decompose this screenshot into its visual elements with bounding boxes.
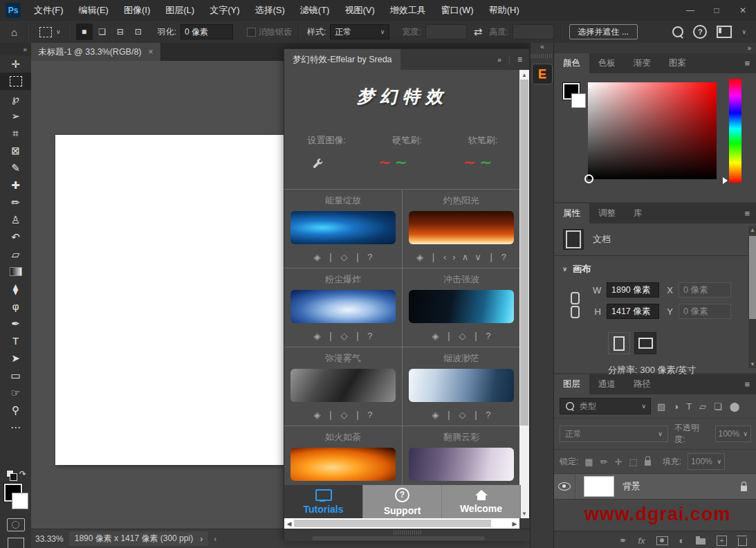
- help-icon[interactable]: ?: [367, 331, 372, 341]
- layer-thumbnail[interactable]: [584, 476, 614, 497]
- new-selection-button[interactable]: ■: [76, 24, 93, 40]
- landscape-orientation-button[interactable]: [634, 332, 656, 354]
- object-selection-tool[interactable]: ➢: [0, 107, 31, 125]
- hand-tool[interactable]: ☞: [0, 384, 31, 401]
- menu-item-选择[interactable]: 选择(S): [247, 0, 292, 21]
- status-back-icon[interactable]: ‹: [214, 534, 216, 544]
- quick-mask-button[interactable]: [7, 518, 25, 531]
- footer-tab-welcome[interactable]: Welcome: [442, 485, 521, 518]
- menu-item-滤镜[interactable]: 滤镜(T): [293, 0, 338, 21]
- scroll-up-icon[interactable]: ▲: [748, 227, 756, 233]
- panel-collapse-icon[interactable]: »: [497, 56, 501, 64]
- scroll-left-icon[interactable]: ◀: [284, 520, 294, 527]
- menu-item-文件[interactable]: 文件(F): [26, 0, 71, 21]
- brush-tool[interactable]: ✏: [0, 194, 31, 211]
- hard-brush-green-icon[interactable]: ∼: [395, 154, 409, 171]
- minimize-button[interactable]: —: [677, 0, 703, 21]
- fill-input[interactable]: 100% ∨: [688, 453, 725, 470]
- down-icon[interactable]: ∨: [474, 252, 481, 262]
- hue-slider-marker[interactable]: [723, 177, 728, 184]
- path-selection-tool[interactable]: ➤: [0, 349, 31, 367]
- filter-smart-object-icon[interactable]: ❏: [714, 401, 722, 412]
- properties-tab-库[interactable]: 库: [625, 203, 652, 223]
- new-layer-icon[interactable]: +: [717, 536, 727, 546]
- diamond-icon[interactable]: ◇: [459, 410, 465, 420]
- saturation-brightness-field[interactable]: [588, 82, 717, 179]
- dodge-tool[interactable]: φ: [0, 298, 31, 315]
- panel-menu-icon[interactable]: ≡: [744, 374, 756, 394]
- filter-shape-icon[interactable]: ▱: [699, 401, 706, 412]
- menu-item-视图[interactable]: 视图(V): [337, 0, 382, 21]
- filter-image-icon[interactable]: ▨: [657, 401, 665, 412]
- hard-brush-red-icon[interactable]: ∼: [378, 154, 392, 171]
- help-icon[interactable]: ?: [486, 410, 490, 420]
- canvas-page[interactable]: [55, 135, 284, 465]
- effect-card[interactable]: 如火如荼◈❘‹›∧∨❘?: [284, 426, 403, 485]
- select-and-mask-button[interactable]: 选择并遮住 ...: [569, 24, 638, 39]
- scroll-down-icon[interactable]: ▼: [519, 509, 529, 518]
- panel-menu-icon[interactable]: ≡: [744, 53, 756, 73]
- diamond-icon[interactable]: ◇: [340, 252, 347, 262]
- pen-tool[interactable]: ✒: [0, 315, 31, 332]
- help-icon[interactable]: ?: [693, 25, 707, 39]
- width-input[interactable]: [425, 24, 467, 39]
- effect-card[interactable]: 能量绽放◈❘◇❘?: [284, 189, 403, 268]
- filter-type-icon[interactable]: T: [686, 401, 692, 412]
- filter-toggle-icon[interactable]: ⬤: [730, 401, 740, 412]
- layer-lock-icon[interactable]: [741, 486, 747, 491]
- effect-thumbnail[interactable]: [409, 211, 514, 244]
- feather-input[interactable]: [181, 24, 233, 39]
- effect-thumbnail[interactable]: [409, 448, 514, 481]
- lock-artboard-icon[interactable]: ⬚: [629, 457, 637, 467]
- color-tab-颜色[interactable]: 颜色: [554, 53, 589, 73]
- chevron-down-icon[interactable]: ∨: [562, 266, 567, 273]
- swap-dimensions-icon[interactable]: ⇄: [471, 26, 486, 38]
- panel-menu-icon[interactable]: ≡: [744, 203, 756, 223]
- layers-icon[interactable]: ◈: [313, 252, 320, 262]
- dock-expand-icon[interactable]: »: [747, 44, 751, 52]
- properties-scrollbar[interactable]: ▲ ▼: [748, 226, 756, 368]
- up-icon[interactable]: ∧: [462, 252, 469, 262]
- layers-icon[interactable]: ◈: [416, 252, 423, 262]
- layers-icon[interactable]: ◈: [432, 331, 439, 341]
- diamond-icon[interactable]: ◇: [459, 331, 465, 341]
- swap-colors-icon[interactable]: ↷: [19, 469, 26, 479]
- help-icon[interactable]: ?: [367, 410, 372, 420]
- canvas-width-input[interactable]: [607, 282, 659, 298]
- portrait-orientation-button[interactable]: [608, 332, 630, 354]
- maximize-button[interactable]: □: [703, 0, 730, 21]
- document-tab[interactable]: 未标题-1 @ 33.3%(RGB/8) ×: [31, 43, 161, 61]
- lock-all-icon[interactable]: [645, 460, 651, 466]
- footer-tab-tutorials[interactable]: Tutorials: [284, 485, 363, 518]
- opacity-input[interactable]: 100% ∨: [715, 426, 751, 442]
- lock-transparency-icon[interactable]: ▦: [584, 457, 593, 467]
- canvas-section-label[interactable]: 画布: [573, 263, 591, 275]
- screen-mode-button[interactable]: [8, 538, 24, 548]
- home-icon[interactable]: ⌂: [8, 26, 20, 38]
- grip-dots[interactable]: [394, 531, 421, 535]
- menu-item-图像[interactable]: 图像(I): [116, 0, 158, 21]
- soft-brush-red-icon[interactable]: ∼: [463, 154, 477, 171]
- tool-preset-icon[interactable]: [39, 27, 52, 37]
- menu-item-帮助[interactable]: 帮助(H): [481, 0, 527, 21]
- effect-card[interactable]: 灼热阳光◈❘‹›∧∨❘?: [402, 189, 521, 268]
- height-input[interactable]: [513, 24, 554, 39]
- scroll-down-icon[interactable]: ▼: [748, 361, 756, 367]
- layers-icon[interactable]: ◈: [313, 331, 320, 341]
- layers-tab-通道[interactable]: 通道: [589, 374, 625, 394]
- scroll-right-icon[interactable]: ▶: [510, 520, 519, 527]
- rectangular-marquee-tool[interactable]: [0, 73, 31, 90]
- layers-tab-图层[interactable]: 图层: [554, 374, 589, 394]
- color-tab-渐变[interactable]: 渐变: [625, 53, 660, 73]
- eraser-tool[interactable]: ▱: [0, 246, 31, 263]
- effect-card[interactable]: 冲击强波◈❘◇❘?: [402, 268, 521, 347]
- layers-icon[interactable]: ◈: [313, 410, 320, 420]
- crop-tool[interactable]: ⌗: [0, 125, 31, 142]
- healing-brush-tool[interactable]: ✚: [0, 176, 31, 194]
- rectangle-tool[interactable]: ▭: [0, 367, 31, 384]
- menu-item-增效工具[interactable]: 增效工具: [382, 0, 434, 21]
- diamond-icon[interactable]: ◇: [340, 331, 347, 341]
- panel-menu-icon[interactable]: ≡: [517, 55, 522, 64]
- move-tool[interactable]: ✛: [0, 55, 31, 73]
- frame-tool[interactable]: ⊠: [0, 142, 31, 159]
